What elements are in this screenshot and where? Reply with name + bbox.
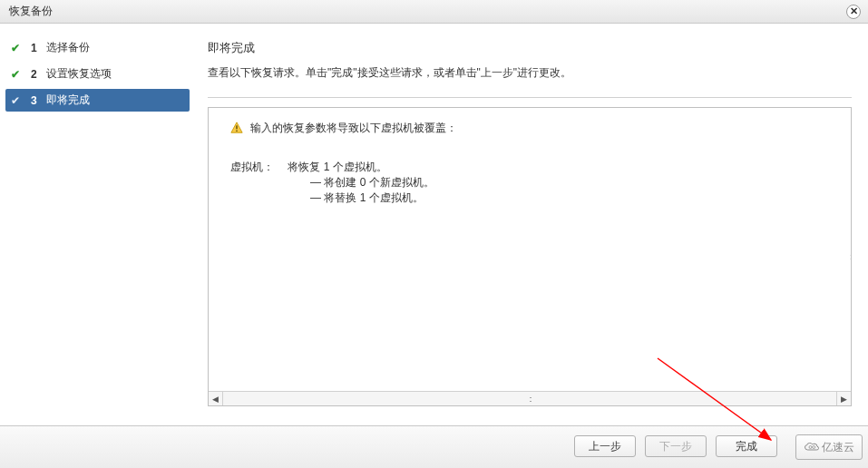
wizard-sidebar: ✔ 1 选择备份 ✔ 2 设置恢复选项 ✔ 3 即将完成 bbox=[0, 24, 195, 425]
step-number: 3 bbox=[31, 94, 37, 107]
svg-rect-2 bbox=[236, 131, 237, 132]
bullet-dash: — bbox=[310, 176, 324, 189]
titlebar: 恢复备份 ✕ bbox=[0, 0, 868, 24]
scroll-grip[interactable]: :: bbox=[529, 395, 530, 404]
vm-label: 虚拟机： bbox=[230, 160, 285, 175]
step-number: 2 bbox=[31, 68, 37, 81]
check-icon: ✔ bbox=[11, 42, 22, 54]
window-title: 恢复备份 bbox=[9, 4, 53, 19]
cloud-icon bbox=[804, 442, 820, 453]
wizard-step-3[interactable]: ✔ 3 即将完成 bbox=[5, 89, 190, 112]
step-label: 即将完成 bbox=[46, 93, 90, 108]
wizard-main: 即将完成 查看以下恢复请求。单击"完成"接受这些请求，或者单击"上一步"进行更改… bbox=[195, 24, 868, 425]
warning-icon bbox=[230, 122, 243, 134]
svg-point-4 bbox=[813, 446, 815, 449]
footer-button-group: 上一步 下一步 完成 bbox=[0, 435, 859, 457]
divider bbox=[208, 97, 852, 98]
vm-detail-text: 将替换 1 个虚拟机。 bbox=[324, 191, 423, 204]
svg-point-3 bbox=[809, 446, 812, 449]
bullet-dash: — bbox=[310, 191, 324, 204]
check-icon: ✔ bbox=[11, 94, 22, 107]
vm-detail-text: 将创建 0 个新虚拟机。 bbox=[324, 176, 434, 189]
step-label: 选择备份 bbox=[46, 40, 90, 55]
wizard-step-2[interactable]: ✔ 2 设置恢复选项 bbox=[5, 63, 190, 85]
vm-detail-line-1: — 将创建 0 个新虚拟机。 bbox=[310, 175, 829, 190]
summary-content: 输入的恢复参数将导致以下虚拟机被覆盖： 虚拟机： 将恢复 1 个虚拟机。 — 将… bbox=[209, 108, 851, 219]
back-button[interactable]: 上一步 bbox=[574, 435, 636, 457]
brand-label: 亿速云 bbox=[822, 440, 854, 455]
finish-button[interactable]: 完成 bbox=[716, 435, 777, 457]
wizard-body: ✔ 1 选择备份 ✔ 2 设置恢复选项 ✔ 3 即将完成 即将完成 查看以下恢复… bbox=[0, 24, 868, 425]
step-label: 设置恢复选项 bbox=[46, 66, 112, 82]
brand-button[interactable]: 亿速云 bbox=[795, 434, 863, 460]
wizard-step-1[interactable]: ✔ 1 选择备份 bbox=[5, 36, 190, 59]
next-button: 下一步 bbox=[645, 435, 707, 457]
check-icon: ✔ bbox=[11, 68, 22, 81]
vertical-scroll-grip[interactable]: :: bbox=[850, 252, 851, 261]
step-number: 1 bbox=[31, 42, 37, 54]
vm-summary-text: 将恢复 1 个虚拟机。 bbox=[288, 161, 386, 173]
page-subtitle: 查看以下恢复请求。单击"完成"接受这些请求，或者单击"上一步"进行更改。 bbox=[208, 65, 852, 81]
svg-rect-1 bbox=[236, 125, 237, 129]
page-title: 即将完成 bbox=[208, 40, 852, 56]
vm-summary-row: 虚拟机： 将恢复 1 个虚拟机。 bbox=[230, 160, 829, 175]
vm-detail-line-2: — 将替换 1 个虚拟机。 bbox=[310, 190, 829, 206]
scroll-left-icon[interactable]: ◀ bbox=[209, 392, 223, 405]
horizontal-scrollbar[interactable]: ◀ :: ▶ bbox=[209, 391, 851, 405]
scroll-track[interactable]: :: bbox=[223, 392, 836, 405]
wizard-footer: 上一步 下一步 完成 亿速云 bbox=[0, 425, 868, 468]
warning-row: 输入的恢复参数将导致以下虚拟机被覆盖： bbox=[230, 121, 829, 136]
warning-text: 输入的恢复参数将导致以下虚拟机被覆盖： bbox=[250, 121, 457, 136]
scroll-right-icon[interactable]: ▶ bbox=[836, 392, 851, 405]
close-icon[interactable]: ✕ bbox=[846, 5, 861, 19]
summary-panel: 输入的恢复参数将导致以下虚拟机被覆盖： 虚拟机： 将恢复 1 个虚拟机。 — 将… bbox=[208, 107, 852, 406]
